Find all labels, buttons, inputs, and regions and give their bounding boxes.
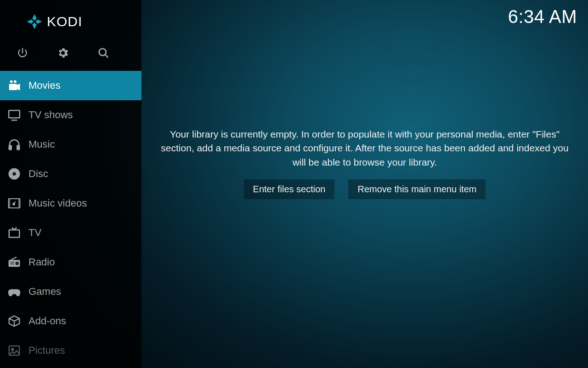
svg-marker-0 bbox=[32, 14, 37, 21]
svg-line-5 bbox=[105, 55, 108, 58]
image-icon bbox=[0, 344, 28, 357]
svg-point-15 bbox=[12, 172, 16, 176]
svg-rect-18 bbox=[18, 199, 20, 208]
box-icon bbox=[0, 314, 28, 328]
empty-library-message: Your library is currently empty. In orde… bbox=[158, 127, 571, 169]
sidebar-item-label: TV shows bbox=[28, 109, 73, 121]
sidebar-item-label: Add-ons bbox=[28, 315, 66, 327]
sidebar-item-tvshows[interactable]: TV shows bbox=[0, 100, 141, 130]
svg-point-28 bbox=[11, 348, 14, 351]
app-root: KODI bbox=[0, 0, 588, 368]
sidebar-item-label: Radio bbox=[28, 256, 55, 268]
sidebar-item-games[interactable]: Games bbox=[0, 277, 141, 306]
gear-icon[interactable] bbox=[56, 46, 70, 60]
svg-rect-12 bbox=[9, 146, 11, 150]
sidebar-item-radio[interactable]: Radio bbox=[0, 247, 141, 277]
sidebar-item-musicvideos[interactable]: Music videos bbox=[0, 189, 141, 218]
button-row: Enter files section Remove this main men… bbox=[244, 179, 486, 199]
sidebar-item-disc[interactable]: Disc bbox=[0, 159, 141, 189]
sidebar-item-label: Games bbox=[28, 286, 61, 298]
sidebar-item-label: Movies bbox=[28, 80, 61, 92]
svg-marker-3 bbox=[27, 19, 34, 24]
svg-rect-10 bbox=[9, 110, 20, 118]
svg-point-23 bbox=[16, 262, 19, 265]
tv-icon bbox=[0, 226, 28, 240]
disc-icon bbox=[0, 167, 28, 181]
svg-marker-2 bbox=[32, 23, 37, 29]
power-icon[interactable] bbox=[16, 46, 29, 60]
kodi-logo-icon bbox=[27, 14, 42, 29]
remove-menu-item-button[interactable]: Remove this main menu item bbox=[348, 179, 486, 199]
headphones-icon bbox=[0, 138, 28, 151]
sidebar-item-movies[interactable]: Movies bbox=[0, 71, 141, 100]
monitor-icon bbox=[0, 108, 28, 122]
search-icon[interactable] bbox=[96, 46, 110, 60]
svg-marker-9 bbox=[17, 84, 20, 91]
sidebar-item-label: Pictures bbox=[28, 345, 65, 356]
sidebar-item-addons[interactable]: Add-ons bbox=[0, 306, 141, 336]
svg-marker-1 bbox=[35, 19, 42, 24]
sidebar-menu: Movies TV shows Music Disc bbox=[0, 71, 141, 365]
enter-files-button[interactable]: Enter files section bbox=[244, 179, 335, 199]
svg-point-7 bbox=[14, 80, 17, 83]
brand: KODI bbox=[0, 0, 141, 33]
top-icon-row bbox=[0, 33, 141, 71]
sidebar-item-label: Music videos bbox=[28, 197, 87, 209]
svg-point-6 bbox=[10, 80, 13, 83]
sidebar-item-pictures[interactable]: Pictures bbox=[0, 336, 141, 365]
sidebar-item-label: Music bbox=[28, 138, 55, 150]
sidebar-item-tv[interactable]: TV bbox=[0, 218, 141, 247]
gamepad-icon bbox=[0, 284, 28, 299]
brand-title: KODI bbox=[47, 14, 82, 29]
sidebar-item-music[interactable]: Music bbox=[0, 130, 141, 159]
musicvideo-icon bbox=[0, 196, 28, 210]
svg-rect-19 bbox=[9, 230, 20, 237]
svg-line-26 bbox=[11, 257, 17, 260]
radio-icon bbox=[0, 255, 28, 269]
svg-rect-17 bbox=[9, 199, 11, 208]
camera-icon bbox=[0, 79, 28, 92]
sidebar-item-label: TV bbox=[28, 227, 41, 239]
svg-rect-8 bbox=[9, 84, 17, 90]
content-area: Your library is currently empty. In orde… bbox=[141, 0, 588, 368]
svg-rect-13 bbox=[17, 146, 19, 150]
sidebar: KODI bbox=[0, 0, 141, 368]
sidebar-item-label: Disc bbox=[28, 168, 48, 180]
